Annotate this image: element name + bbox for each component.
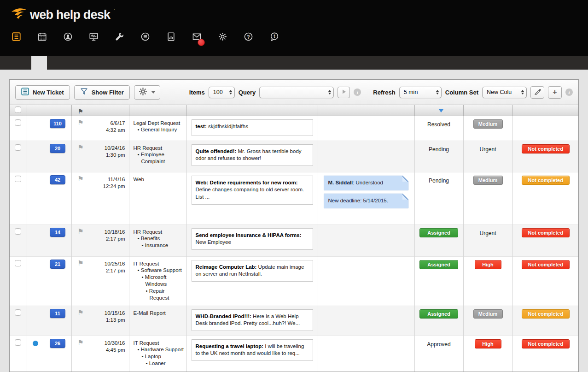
request-detail-box[interactable]: WHD-Branded iPod!!!: Here is a Web Help … (192, 309, 313, 331)
nav-item-calendar[interactable] (38, 32, 51, 43)
column-header-status[interactable] (414, 105, 463, 116)
flag-icon[interactable]: ⚑ (77, 175, 83, 183)
priority-badge: High (475, 260, 501, 269)
add-column-set-button[interactable]: + (548, 86, 562, 99)
flag-icon[interactable]: ⚑ (77, 118, 83, 127)
column-header-alert-level[interactable] (512, 105, 578, 116)
request-detail-box[interactable]: Requesting a travel laptop: I will be tr… (192, 339, 313, 361)
ticket-row: 11 ⚑ 10/15/161:13 pm E-Mail Report WHD-B… (10, 306, 578, 336)
subnav-tab-0[interactable] (0, 56, 16, 70)
column-header-latest-notes[interactable] (318, 105, 414, 116)
nav-item-thwack[interactable]: t (270, 32, 283, 43)
row-checkbox[interactable] (15, 176, 21, 182)
nav-item-setup[interactable] (218, 32, 231, 43)
row-checkbox[interactable] (15, 144, 21, 151)
column-header-priority[interactable] (463, 105, 512, 116)
flag-icon[interactable]: ⚑ (77, 143, 83, 152)
nav-item-messages[interactable] (192, 32, 205, 43)
column-header-request-type[interactable] (129, 105, 186, 116)
updated-cell: 6/6/174:32 am (90, 116, 129, 134)
nav-item-tickets[interactable] (12, 32, 25, 43)
nav-item-help[interactable]: ? (244, 32, 257, 43)
request-type-line: • Repair Request (134, 288, 185, 301)
subnav-tab-4[interactable] (63, 56, 78, 70)
column-header-request-detail[interactable] (186, 105, 318, 116)
ticket-number-badge[interactable]: 42 (50, 175, 65, 184)
sort-desc-icon (439, 109, 443, 112)
show-filter-label: Show Filter (92, 89, 124, 96)
nav-item-parts[interactable] (115, 32, 128, 43)
row-checkbox[interactable] (15, 339, 21, 346)
ticket-row: 110 ⚑ 6/6/174:32 am Legal Dept Request• … (10, 116, 578, 141)
request-detail-box[interactable]: Send employee Insurance & HIPAA forms: N… (192, 228, 313, 250)
flag-icon[interactable]: ⚑ (77, 308, 83, 317)
ticket-number-badge[interactable]: 26 (50, 339, 65, 348)
column-set-info-icon[interactable]: i (565, 89, 573, 96)
select-stepper-icon (328, 90, 331, 94)
items-select[interactable]: 100 (209, 87, 235, 98)
flag-icon[interactable]: ⚑ (77, 338, 83, 347)
priority-text: Urgent (464, 146, 512, 153)
flag-icon[interactable]: ⚑ (77, 227, 83, 236)
subnav-tab-5[interactable] (78, 56, 94, 70)
edit-column-set-button[interactable] (530, 86, 544, 99)
nav-item-faqs[interactable] (141, 32, 154, 43)
new-ticket-label: New Ticket (33, 89, 64, 96)
column-header-updated[interactable] (90, 105, 129, 116)
row-checkbox[interactable] (15, 228, 21, 235)
column-set-value: New Colu (487, 89, 512, 95)
request-detail-box[interactable]: Reimage Computer Lab: Update main image … (192, 260, 313, 282)
row-checkbox[interactable] (15, 309, 21, 316)
request-type-line: • Software Support (134, 267, 185, 274)
subnav-tab-1[interactable] (16, 56, 31, 70)
select-stepper-icon (229, 90, 232, 94)
priority-badge: High (475, 339, 501, 348)
request-detail-box[interactable]: Web: Define requirements for new room: D… (192, 176, 313, 205)
column-header-no-[interactable] (44, 105, 71, 116)
filter-icon (80, 88, 88, 97)
help-icon: ? (244, 32, 253, 43)
bulk-actions-gear-button[interactable] (134, 85, 160, 100)
refresh-select[interactable]: 5 min (399, 87, 442, 98)
status-text: Resolved (415, 121, 463, 128)
row-checkbox[interactable] (15, 119, 21, 126)
request-detail-box[interactable]: Quite offended!: Mr. Gross has terrible … (192, 144, 313, 166)
nav-item-reports[interactable] (167, 32, 180, 43)
svg-text:?: ? (247, 34, 250, 40)
select-stepper-icon (436, 90, 439, 94)
ticket-number-badge[interactable]: 11 (50, 309, 65, 318)
request-type-line: HR Request (134, 145, 185, 152)
subnav-tab-6[interactable] (94, 56, 110, 70)
main-nav: ? t (12, 32, 283, 43)
ticket-number-badge[interactable]: 14 (50, 228, 65, 237)
new-ticket-button[interactable]: New Ticket (15, 85, 70, 100)
select-stepper-icon (521, 90, 524, 94)
subnav-tab-3[interactable] (47, 56, 63, 70)
query-select[interactable] (259, 87, 334, 98)
clients-icon (64, 32, 72, 43)
show-filter-button[interactable]: Show Filter (74, 85, 130, 100)
brand-trademark: ' (114, 8, 115, 13)
column-set-select[interactable]: New Colu (482, 87, 527, 98)
request-type-line: • Microsoft Windows (134, 274, 185, 288)
flag-icon[interactable]: ⚑ (77, 259, 83, 267)
select-all-checkbox[interactable] (15, 106, 21, 113)
request-type-line: • Loaner (134, 360, 185, 367)
row-checkbox[interactable] (15, 260, 21, 266)
request-type-cell: E-Mail Report (129, 306, 186, 317)
nav-item-assets[interactable] (89, 32, 102, 43)
updated-cell: 10/24/161:30 pm (90, 141, 129, 159)
ticket-number-badge[interactable]: 20 (50, 144, 65, 153)
ticket-number-badge[interactable]: 21 (50, 260, 65, 269)
ticket-number-badge[interactable]: 110 (50, 119, 65, 128)
status-badge: Assigned (419, 260, 458, 269)
brand-name: web help desk (30, 8, 110, 22)
request-detail-box[interactable]: test: skjdfhskldjhfalfhs (192, 119, 313, 136)
flag-column-icon: ⚑ (78, 108, 83, 115)
subnav-tab-2[interactable] (31, 56, 47, 70)
request-type-line: • Benefits (134, 235, 185, 242)
run-query-button[interactable] (338, 87, 350, 98)
query-info-icon[interactable]: i (354, 89, 361, 96)
nav-item-clients[interactable] (64, 32, 76, 43)
column-header--[interactable] (27, 105, 44, 116)
